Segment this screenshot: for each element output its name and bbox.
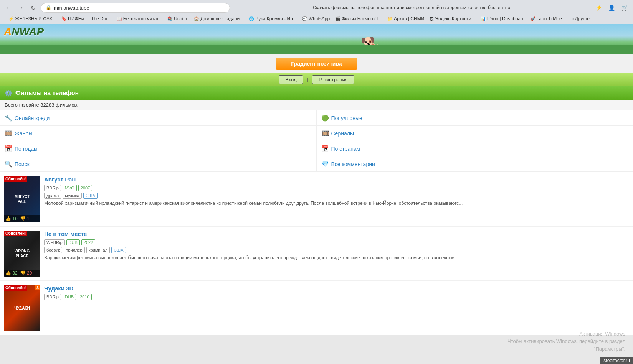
cart-button[interactable]: 🛒 bbox=[619, 2, 630, 13]
nav-online-credit[interactable]: 🔧 Онлайн кредит bbox=[0, 110, 317, 126]
bookmark-2[interactable]: 🔖 ЦИФЕи — The Dar... bbox=[59, 15, 114, 22]
page-content: ANWAP 🐕 Градиент позитива Вход | Регистр… bbox=[0, 24, 633, 335]
movie-info-2: Не в том месте WEBRip DUB 2022 боевик тр… bbox=[44, 231, 629, 277]
movie-title-2[interactable]: Не в том месте bbox=[44, 231, 629, 237]
refresh-button[interactable]: ↻ bbox=[28, 2, 38, 13]
bookmark-5[interactable]: 🏠 Домашнее задани... bbox=[192, 15, 246, 22]
login-bar: Вход | Регистрация bbox=[0, 73, 633, 86]
bookmark-3-icon: 📖 bbox=[117, 16, 122, 21]
vote-down-1: 👎 1 bbox=[20, 216, 30, 221]
tag-quality-2: WEBRip bbox=[44, 239, 65, 245]
bookmark-4[interactable]: 📚 Uchi.ru bbox=[165, 15, 191, 22]
nav-comments[interactable]: 💎 Все комментарии bbox=[317, 156, 633, 172]
bookmark-6[interactable]: 🌐 Рука Кремля - Ин... bbox=[246, 15, 299, 22]
movie-genre-tags-1: драма музыка США bbox=[44, 193, 629, 199]
table-row: Обновлён! 3 ЧУДАКИ Чудаки 3D BDRip DUB 2… bbox=[0, 281, 633, 335]
forward-button[interactable]: → bbox=[15, 2, 26, 13]
register-button[interactable]: Регистрация bbox=[312, 75, 354, 84]
nav-popular-label: Популярные bbox=[331, 115, 362, 121]
bookmark-more-label: » Другое bbox=[571, 16, 590, 21]
bookmarks-bar: ⚡ ЖЕЛЕЗНЫЙ ФАК... 🔖 ЦИФЕи — The Dar... 📖… bbox=[3, 15, 630, 24]
site-logo: ANWAP bbox=[4, 26, 44, 38]
movie-votes-2: 👍 32 👎 29 bbox=[4, 270, 40, 277]
ad-banner: Градиент позитива bbox=[0, 54, 633, 73]
bookmark-9[interactable]: 📁 Архив | СНМИ bbox=[385, 15, 426, 22]
login-button[interactable]: Вход bbox=[279, 75, 303, 84]
bookmark-1-label: ЖЕЛЕЗНЫЙ ФАК... bbox=[15, 16, 56, 21]
bookmark-11[interactable]: 📊 IDroo | Dashboard bbox=[478, 15, 527, 22]
vote-up-2: 👍 32 bbox=[5, 270, 18, 276]
bookmark-1-icon: ⚡ bbox=[8, 16, 14, 21]
genres-icon: 🎞️ bbox=[5, 130, 12, 137]
movie-desc-1: Молодой харизматичный ирландский гитарис… bbox=[44, 200, 629, 207]
logo-nwap: NWAP bbox=[12, 26, 44, 38]
lock-icon: 🔒 bbox=[46, 5, 51, 10]
movie-poster-2: Обновлён! WRONGPLACE 👍 32 👎 29 bbox=[4, 231, 40, 277]
movie-title-3[interactable]: Чудаки 3D bbox=[44, 285, 629, 292]
login-separator: | bbox=[307, 77, 308, 82]
tag-dub-1: MVO bbox=[63, 185, 77, 191]
nav-genres[interactable]: 🎞️ Жанры bbox=[0, 126, 317, 141]
bookmark-1[interactable]: ⚡ ЖЕЛЕЗНЫЙ ФАК... bbox=[6, 15, 58, 22]
nav-serials-label: Сериалы bbox=[331, 130, 354, 137]
nav-by-country-label: По странам bbox=[331, 146, 360, 152]
comments-icon: 💎 bbox=[321, 160, 329, 168]
nav-search[interactable]: 🔍 Поиск bbox=[0, 156, 317, 172]
updated-badge-1: Обновлён! bbox=[4, 176, 27, 182]
new-badge-3: 3 bbox=[35, 285, 40, 290]
tag-quality-3: BDRip bbox=[44, 294, 61, 300]
tag-country-2: США bbox=[111, 247, 126, 253]
nav-online-credit-label: Онлайн кредит bbox=[15, 115, 52, 121]
nav-by-year-label: По годам bbox=[15, 146, 38, 152]
poster-text-2: WRONGPLACE bbox=[13, 247, 31, 260]
bookmark-4-label: Uchi.ru bbox=[174, 16, 188, 21]
bookmark-10-icon: 🖼 bbox=[430, 16, 434, 21]
section-icon: ⚙️ bbox=[5, 89, 12, 97]
movie-info-3: Чудаки 3D BDRip DUB 2010 bbox=[44, 285, 629, 331]
bookmark-8-icon: 🎬 bbox=[335, 16, 340, 21]
back-button[interactable]: ← bbox=[3, 2, 14, 13]
bookmark-3-label: Бесплатно читат... bbox=[123, 16, 162, 21]
logo-text: ANWAP bbox=[4, 26, 44, 38]
nav-popular[interactable]: 🟢 Популярные bbox=[317, 110, 633, 126]
popular-icon: 🟢 bbox=[321, 114, 329, 122]
nav-grid: 🔧 Онлайн кредит 🟢 Популярные 🎞️ Жанры 🎞️… bbox=[0, 110, 633, 172]
by-country-icon: 📅 bbox=[321, 145, 329, 152]
nav-by-country[interactable]: 📅 По странам bbox=[317, 141, 633, 156]
vote-down-2: 👎 29 bbox=[20, 270, 32, 276]
vote-up-1: 👍 19 bbox=[5, 216, 18, 221]
profile-button[interactable]: 👤 bbox=[606, 2, 617, 13]
tag-year-1: 2007 bbox=[78, 185, 92, 191]
bookmark-3[interactable]: 📖 Бесплатно читат... bbox=[114, 15, 164, 22]
bookmark-12-label: Launch Mee... bbox=[537, 16, 566, 21]
bookmark-10[interactable]: 🖼 Яндекс.Картинки... bbox=[427, 15, 478, 22]
bookmark-5-label: Домашнее задани... bbox=[200, 16, 243, 21]
bookmark-12[interactable]: 🚀 Launch Mee... bbox=[528, 15, 568, 22]
address-bar[interactable]: 🔒 mm.anwap.tube bbox=[41, 3, 230, 13]
tag-genre-action-2: боевик bbox=[44, 247, 62, 253]
bookmark-more[interactable]: » Другое bbox=[569, 15, 592, 22]
extensions-button[interactable]: ⚡ bbox=[593, 2, 604, 13]
bookmark-8[interactable]: 🎬 Фильм Бэтмен (Т... bbox=[333, 15, 384, 22]
section-title: Фильмы на телефон bbox=[15, 90, 79, 97]
bookmark-9-icon: 📁 bbox=[387, 16, 393, 21]
nav-serials[interactable]: 🎞️ Сериалы bbox=[317, 126, 633, 141]
site-header: ANWAP 🐕 bbox=[0, 24, 633, 54]
bookmark-9-label: Архив | СНМИ bbox=[394, 16, 424, 21]
bookmark-11-icon: 📊 bbox=[481, 16, 486, 21]
logo-a: A bbox=[4, 26, 12, 38]
table-row: Обновлён! WRONGPLACE 👍 32 👎 29 Не в том … bbox=[0, 227, 633, 280]
whatsapp-icon: 💬 bbox=[302, 16, 307, 21]
grass-decoration bbox=[0, 45, 633, 54]
ad-button[interactable]: Градиент позитива bbox=[276, 58, 357, 70]
movie-info-1: Август Раш BDRip MVO 2007 драма музыка С… bbox=[44, 176, 629, 222]
movie-title-1[interactable]: Август Раш bbox=[44, 176, 629, 183]
nav-search-label: Поиск bbox=[15, 161, 30, 167]
search-icon: 🔍 bbox=[5, 160, 12, 168]
movie-votes-1: 👍 19 👎 1 bbox=[4, 215, 40, 222]
tag-dub-3: DUB bbox=[63, 294, 76, 300]
nav-by-year[interactable]: 📅 По годам bbox=[0, 141, 317, 156]
tag-genre-thriller-2: триллер bbox=[64, 247, 84, 253]
bookmark-whatsapp[interactable]: 💬 WhatsApp bbox=[300, 15, 332, 22]
movie-poster-3: Обновлён! 3 ЧУДАКИ bbox=[4, 285, 40, 331]
